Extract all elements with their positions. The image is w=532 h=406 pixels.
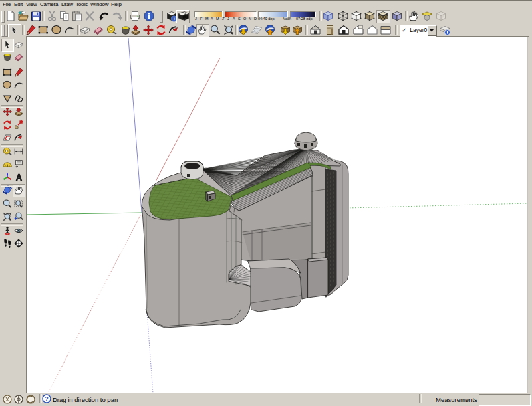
svg-text:?: ?	[45, 395, 49, 402]
